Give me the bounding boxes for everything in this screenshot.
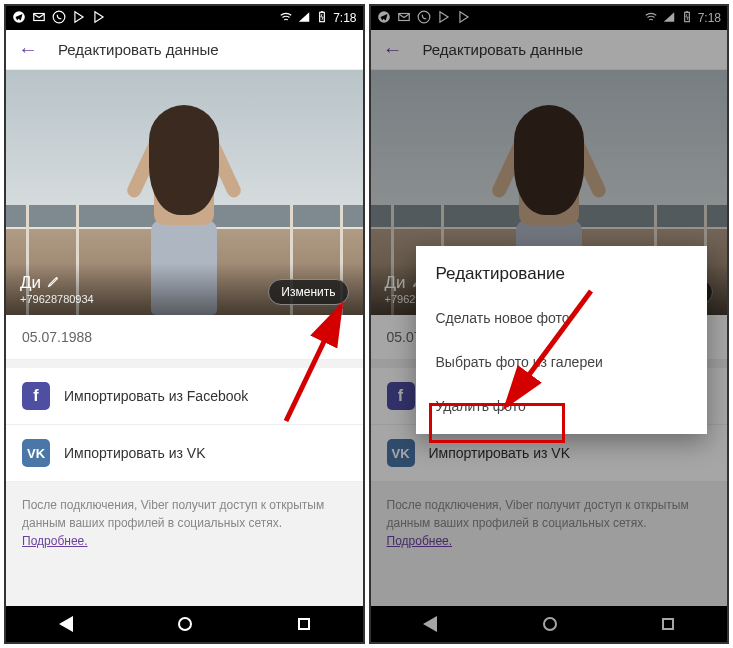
- svg-point-2: [53, 11, 65, 23]
- page-title: Редактировать данные: [58, 41, 219, 58]
- nav-home-icon[interactable]: [178, 617, 192, 631]
- nav-recents-icon[interactable]: [298, 618, 310, 630]
- profile-photo[interactable]: Ди +79628780934 Изменить: [6, 70, 363, 315]
- wifi-icon: [279, 10, 293, 27]
- dob-row[interactable]: 05.07.1988: [6, 315, 363, 360]
- learn-more-link[interactable]: Подробнее.: [22, 534, 88, 548]
- status-time: 7:18: [333, 11, 356, 25]
- play-icon: [72, 10, 86, 27]
- dialog-title: Редактирование: [416, 264, 708, 296]
- footer-note: После подключения, Viber получит доступ …: [6, 482, 363, 564]
- back-arrow-icon[interactable]: ←: [18, 38, 38, 61]
- app-bar: ← Редактировать данные: [6, 30, 363, 70]
- facebook-icon: f: [22, 382, 50, 410]
- dialog-item-take-photo[interactable]: Сделать новое фото: [416, 296, 708, 340]
- profile-name: Ди: [20, 273, 41, 293]
- play-icon-2: [92, 10, 106, 27]
- footer-text: После подключения, Viber получит доступ …: [22, 498, 324, 530]
- dob-value: 05.07.1988: [22, 329, 92, 345]
- telegram-icon: [12, 10, 26, 27]
- signal-icon: [297, 10, 311, 27]
- nav-bar: [6, 606, 363, 642]
- nav-back-icon[interactable]: [59, 616, 73, 632]
- status-bar: 7:18: [6, 6, 363, 30]
- svg-rect-4: [321, 11, 323, 12]
- edit-photo-dialog: Редактирование Сделать новое фото Выбрат…: [416, 246, 708, 434]
- import-vk-row[interactable]: VK Импортировать из VK: [6, 425, 363, 482]
- mail-icon: [32, 10, 46, 27]
- dialog-item-delete[interactable]: Удалить фото: [416, 384, 708, 428]
- dialog-item-gallery[interactable]: Выбрать фото из галереи: [416, 340, 708, 384]
- vk-icon: VK: [22, 439, 50, 467]
- import-facebook-row[interactable]: f Импортировать из Facebook: [6, 368, 363, 425]
- change-photo-button[interactable]: Изменить: [268, 279, 348, 305]
- import-facebook-label: Импортировать из Facebook: [64, 388, 248, 404]
- battery-icon: [315, 10, 329, 27]
- left-screen: 7:18 ← Редактировать данные Ди: [4, 4, 365, 644]
- import-vk-label: Импортировать из VK: [64, 445, 206, 461]
- profile-phone: +79628780934: [20, 293, 94, 305]
- viber-icon: [52, 10, 66, 27]
- right-screen: 7:18 ← Редактировать данные Ди: [369, 4, 730, 644]
- edit-name-icon[interactable]: [47, 273, 60, 293]
